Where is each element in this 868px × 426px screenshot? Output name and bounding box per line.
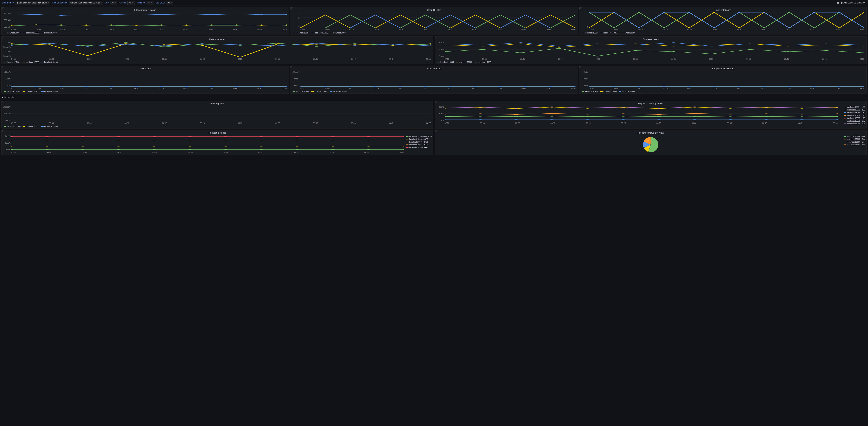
y-axis-labels: 1.4 rd/s1.35 rd/s1.3 rd/s [436, 42, 444, 57]
var-dropdown[interactable]: All▾ [146, 1, 153, 5]
legend-item[interactable]: localhost:15984 - p75 [844, 114, 865, 117]
var-dropdown[interactable]: All▾ [110, 1, 117, 5]
legend-item[interactable]: localhost:15986 [330, 90, 346, 93]
legend-item[interactable]: localhost:15984 [582, 32, 598, 34]
svg-point-446 [117, 149, 120, 150]
panel-title: Database reads [436, 38, 865, 42]
legend-item[interactable]: localhost:15985 [311, 90, 328, 93]
info-icon[interactable] [290, 7, 293, 10]
var-dropdown[interactable]: grafanacloud-keithschmitty-prom▾ [15, 1, 50, 5]
legend-item[interactable]: localhost:15985 [23, 125, 39, 127]
legend-item[interactable]: localhost:15984 - 2xx [844, 135, 865, 137]
legend-item[interactable]: localhost:15984 [582, 90, 598, 93]
legend-item[interactable]: localhost:15984 - GET [406, 138, 432, 140]
svg-point-484 [188, 137, 192, 137]
info-icon[interactable] [579, 66, 582, 68]
panel-open_databases[interactable]: Open databases21007:5508:0008:0508:1008:… [579, 7, 867, 35]
chart-area: 3210 [300, 12, 576, 28]
legend-item[interactable]: localhost:15985 [311, 32, 328, 34]
x-tick: 08:15 [595, 58, 600, 60]
chart-svg [11, 42, 431, 57]
info-icon[interactable] [290, 66, 293, 68]
legend-item[interactable]: localhost:15985 [600, 90, 617, 93]
info-icon[interactable] [435, 101, 437, 103]
panel-view_timeouts[interactable]: View timeouts100 req/s50 req/s0 req/s07:… [290, 66, 578, 94]
panel-open_os_files[interactable]: Open OS files321007:5508:0008:0508:1008:… [290, 7, 578, 35]
legend-item[interactable]: localhost:15985 [23, 32, 39, 34]
legend-item[interactable]: localhost:15986 [619, 90, 636, 93]
panel-response_status[interactable]: Response status overviewlocalhost:15984 … [435, 130, 867, 155]
panel-database_writes[interactable]: Database writes0.47 wr/s0.46 wr/s0.45 wr… [1, 36, 433, 64]
legend-item[interactable]: localhost:15986 - 2xx [844, 141, 865, 143]
legend-item[interactable]: localhost:15986 - GET [406, 146, 432, 149]
svg-point-234 [260, 86, 263, 87]
svg-point-399 [693, 113, 696, 114]
panel-request_latency[interactable]: Request latency quantiles40 ms20 ms0 s07… [435, 101, 867, 129]
legend-item[interactable]: localhost:15984 [293, 90, 309, 93]
legend-item[interactable]: localhost:15984 - PUT [406, 141, 432, 143]
panel-erlang_memory[interactable]: Erlang memory usage240 MB230 MB220 MB07:… [1, 7, 289, 35]
info-icon[interactable] [2, 130, 4, 133]
legend-item[interactable]: localhost:15985 [600, 32, 617, 34]
row-header-requests[interactable]: ▾Requests [1, 95, 867, 99]
legend-item[interactable]: localhost:15986 [619, 32, 636, 34]
info-icon[interactable] [579, 7, 582, 10]
legend-item[interactable]: localhost:15986 [41, 125, 58, 127]
legend-item[interactable]: localhost:15986 [41, 90, 58, 93]
legend-item[interactable]: localhost:15984 [4, 90, 21, 93]
panel-bulk_requests[interactable]: Bulk requests100 req/s50 req/s0 req/s07:… [1, 101, 433, 129]
overview-link[interactable]: ▦ Apache CouchDB overview [836, 1, 867, 5]
svg-point-342 [48, 121, 51, 122]
panel-database_reads[interactable]: Database reads1.4 rd/s1.35 rd/s1.3 rd/s0… [435, 36, 867, 64]
svg-point-469 [81, 141, 84, 141]
info-icon[interactable] [2, 37, 4, 39]
legend-item[interactable]: localhost:15985 [456, 61, 472, 63]
x-tick: 08:25 [737, 29, 741, 31]
legend-item[interactable]: localhost:15984 [437, 61, 454, 63]
legend-item[interactable]: localhost:15986 [474, 61, 491, 63]
info-icon[interactable] [2, 66, 4, 68]
var-dropdown[interactable]: grafanacloud-keithschmitty-logs▾ [69, 1, 103, 5]
legend-item[interactable]: localhost:15985 [23, 90, 39, 93]
legend-item[interactable]: localhost:15986 - p50 [844, 111, 865, 113]
panel-request_methods[interactable]: Request methods3 req/s2 req/s1 req/s07:5… [1, 130, 433, 155]
info-icon[interactable] [2, 7, 4, 10]
panel-temporary_view_reads[interactable]: Temporary view reads100 rd/s50 rd/s0 rd/… [579, 66, 867, 94]
legend-item[interactable]: localhost:15986 [330, 32, 346, 34]
legend-item[interactable]: localhost:15984 [293, 32, 309, 34]
legend-item[interactable]: localhost:15985 - GET [406, 143, 432, 146]
chart-svg [11, 71, 287, 87]
legend-swatch [844, 107, 846, 107]
info-icon[interactable] [435, 130, 437, 133]
y-tick: 50 rd/s [580, 78, 588, 80]
legend-item[interactable]: localhost:15984 [4, 32, 21, 34]
legend-item[interactable]: localhost:15985 - p75 [844, 117, 865, 119]
legend-item[interactable]: localhost:15985 [23, 61, 39, 63]
legend-item[interactable]: localhost:15984 - p50 [844, 106, 865, 108]
legend-item[interactable]: localhost:15985 - p50 [844, 109, 865, 111]
var-dropdown[interactable]: All▾ [166, 1, 173, 5]
panel-view_reads[interactable]: View reads100 rd/s50 rd/s0 rd/s07:5508:0… [1, 66, 289, 94]
info-icon[interactable] [2, 101, 4, 103]
x-tick: 08:45 [389, 58, 393, 60]
legend-swatch [844, 115, 846, 116]
svg-point-235 [285, 86, 287, 87]
legend-item[interactable]: localhost:15986 - p75 [844, 120, 865, 122]
info-icon[interactable] [435, 37, 437, 39]
var-data-source: Data Sourcegrafanacloud-keithschmitty-pr… [1, 1, 50, 5]
legend-item[interactable]: localhost:15984 - p95 [844, 123, 865, 125]
x-tick: 08:50 [399, 152, 404, 154]
legend-swatch [582, 33, 584, 33]
svg-point-226 [60, 86, 62, 87]
legend-item[interactable]: localhost:15986 [41, 32, 58, 34]
panel-title: Open OS files [291, 8, 577, 12]
x-tick: 08:05 [515, 122, 520, 124]
legend-item[interactable]: localhost:15986 [41, 61, 58, 63]
legend-item[interactable]: localhost:15984 - 4xx [844, 143, 865, 146]
legend-item[interactable]: localhost:15984 [4, 125, 21, 127]
var-dropdown[interactable]: All▾ [127, 1, 135, 5]
legend-item[interactable]: localhost:15984 [4, 61, 21, 63]
legend-item[interactable]: localhost:15984 - DELETE [406, 135, 432, 137]
legend-item[interactable]: localhost:15985 - 2xx [844, 138, 865, 140]
svg-point-462 [259, 146, 263, 146]
